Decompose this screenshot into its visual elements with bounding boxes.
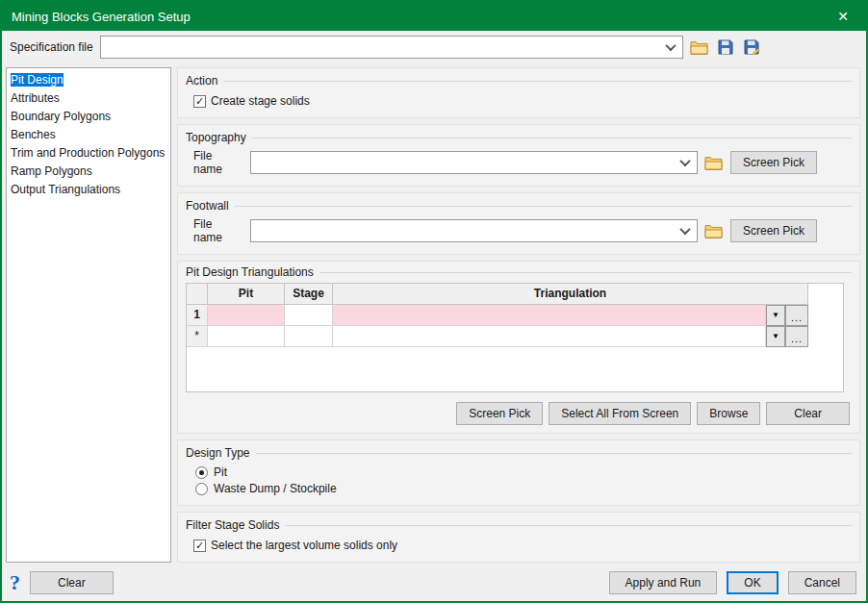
help-icon[interactable]: ?	[10, 572, 20, 593]
triangulation-cell[interactable]	[333, 305, 766, 326]
sidebar-item-label: Output Triangulations	[11, 183, 120, 196]
table-corner-cell	[187, 284, 208, 305]
column-header-pit: Pit	[208, 284, 285, 305]
footwall-file-combobox[interactable]	[250, 219, 698, 242]
sidebar-item-ramp-polygons[interactable]: Ramp Polygons	[7, 163, 170, 181]
browse-button[interactable]: Browse	[697, 402, 760, 425]
select-all-from-screen-button[interactable]: Select All From Screen	[549, 402, 691, 425]
column-header-triangulation: Triangulation	[333, 284, 808, 305]
group-rule	[285, 525, 852, 526]
group-pit-design-triangulations: Pit Design Triangulations Pit Stage Tria…	[177, 261, 860, 434]
open-folder-icon[interactable]	[704, 153, 724, 172]
group-action: Action ✓ Create stage solids	[177, 67, 860, 118]
category-list: Pit Design Attributes Boundary Polygons …	[6, 67, 171, 563]
radio-label: Pit	[214, 465, 227, 481]
group-rule	[223, 81, 852, 82]
column-header-stage: Stage	[285, 284, 333, 305]
chevron-down-icon[interactable]	[679, 224, 690, 235]
table-button-row: Screen Pick Select All From Screen Brows…	[191, 402, 850, 425]
mining-blocks-generation-dialog: Mining Blocks Generation Setup ✕ Specifi…	[0, 0, 868, 603]
checkbox-checked-icon[interactable]: ✓	[193, 95, 206, 108]
checkbox-checked-icon[interactable]: ✓	[193, 540, 206, 552]
triangulation-dropdown-button[interactable]: ▼	[766, 305, 785, 326]
table-row: * ▼ ...	[187, 326, 808, 347]
dialog-footer: ? Clear Apply and Run OK Cancel	[2, 566, 866, 601]
largest-volume-solids-checkbox[interactable]: ✓ Select the largest volume solids only	[193, 537, 852, 554]
sidebar-item-label: Pit Design	[11, 73, 64, 87]
pit-cell[interactable]	[208, 326, 285, 347]
group-footwall: Footwall File name Screen	[177, 192, 860, 255]
close-icon[interactable]: ✕	[830, 7, 856, 26]
triangulation-dropdown-button[interactable]: ▼	[766, 326, 785, 347]
sidebar-item-label: Attributes	[11, 91, 60, 105]
sidebar-item-attributes[interactable]: Attributes	[7, 89, 170, 108]
triangulation-table: Pit Stage Triangulation 1 ▼ ... *	[186, 283, 844, 392]
checkbox-label: Create stage solids	[211, 92, 310, 110]
radio-unselected-icon[interactable]	[195, 483, 208, 495]
group-title-filter-stage-solids: Filter Stage Solids	[186, 518, 279, 532]
sidebar-item-label: Trim and Production Polygons	[11, 146, 165, 160]
sidebar-item-label: Benches	[11, 128, 56, 141]
sidebar-item-label: Ramp Polygons	[11, 164, 92, 178]
row-header[interactable]: 1	[187, 305, 208, 326]
table-screen-pick-button[interactable]: Screen Pick	[456, 402, 543, 425]
sidebar-item-pit-design[interactable]: Pit Design	[7, 71, 170, 89]
check-icon: ✓	[195, 96, 204, 107]
group-title-pit-design-triangulations: Pit Design Triangulations	[186, 265, 314, 279]
group-title-design-type: Design Type	[186, 446, 250, 460]
group-design-type: Design Type Pit Waste Dump / Stockpile	[177, 440, 860, 506]
group-title-footwall: Footwall	[186, 199, 229, 213]
row-header[interactable]: *	[187, 326, 208, 347]
group-filter-stage-solids: Filter Stage Solids ✓ Select the largest…	[177, 512, 860, 563]
check-icon: ✓	[195, 540, 204, 551]
titlebar: Mining Blocks Generation Setup ✕	[2, 2, 866, 31]
sidebar-item-benches[interactable]: Benches	[7, 126, 170, 144]
group-rule	[256, 453, 853, 454]
window-title: Mining Blocks Generation Setup	[12, 10, 191, 24]
specification-file-combobox[interactable]	[100, 36, 683, 59]
pit-cell[interactable]	[208, 305, 285, 326]
chevron-down-icon[interactable]	[665, 40, 676, 51]
group-title-topography: Topography	[186, 131, 246, 144]
checkbox-label: Select the largest volume solids only	[211, 537, 397, 554]
stage-cell[interactable]	[285, 326, 333, 347]
save-icon[interactable]	[716, 38, 735, 57]
triangulation-cell[interactable]	[333, 326, 766, 347]
table-clear-button[interactable]: Clear	[766, 402, 850, 425]
table-header-row: Pit Stage Triangulation	[187, 284, 808, 305]
clear-button[interactable]: Clear	[30, 571, 114, 594]
design-type-pit-radio[interactable]: Pit	[195, 465, 852, 481]
cancel-button[interactable]: Cancel	[788, 571, 856, 594]
specification-file-row: Specification file	[2, 31, 866, 63]
save-as-icon[interactable]	[742, 38, 761, 57]
topography-file-name-label: File name	[193, 149, 243, 176]
open-folder-icon[interactable]	[690, 38, 709, 57]
dialog-body: Pit Design Attributes Boundary Polygons …	[2, 63, 866, 566]
ok-button[interactable]: OK	[727, 571, 778, 594]
group-topography: Topography File name Scre	[177, 124, 860, 187]
chevron-down-icon[interactable]	[679, 156, 690, 166]
radio-label: Waste Dump / Stockpile	[214, 481, 337, 497]
footwall-file-name-label: File name	[193, 217, 243, 244]
stage-cell[interactable]	[285, 305, 333, 326]
apply-and-run-button[interactable]: Apply and Run	[609, 571, 718, 594]
sidebar-item-boundary-polygons[interactable]: Boundary Polygons	[7, 108, 170, 126]
create-stage-solids-checkbox[interactable]: ✓ Create stage solids	[193, 92, 852, 110]
settings-panel: Action ✓ Create stage solids Topography …	[177, 67, 860, 563]
sidebar-item-output-triangulations[interactable]: Output Triangulations	[7, 181, 170, 199]
design-type-waste-dump-radio[interactable]: Waste Dump / Stockpile	[195, 481, 852, 497]
group-rule	[252, 138, 852, 138]
footwall-screen-pick-button[interactable]: Screen Pick	[730, 219, 817, 242]
topography-screen-pick-button[interactable]: Screen Pick	[730, 151, 817, 174]
group-title-action: Action	[186, 74, 217, 88]
group-rule	[319, 272, 852, 273]
table-row: 1 ▼ ...	[187, 305, 808, 326]
group-rule	[235, 206, 852, 207]
open-folder-icon[interactable]	[704, 221, 724, 240]
topography-file-combobox[interactable]	[250, 151, 698, 174]
triangulation-browse-button[interactable]: ...	[785, 326, 808, 347]
specification-file-label: Specification file	[10, 40, 93, 54]
radio-selected-icon[interactable]	[195, 466, 208, 479]
triangulation-browse-button[interactable]: ...	[785, 305, 808, 326]
sidebar-item-trim-and-production-polygons[interactable]: Trim and Production Polygons	[7, 144, 170, 163]
